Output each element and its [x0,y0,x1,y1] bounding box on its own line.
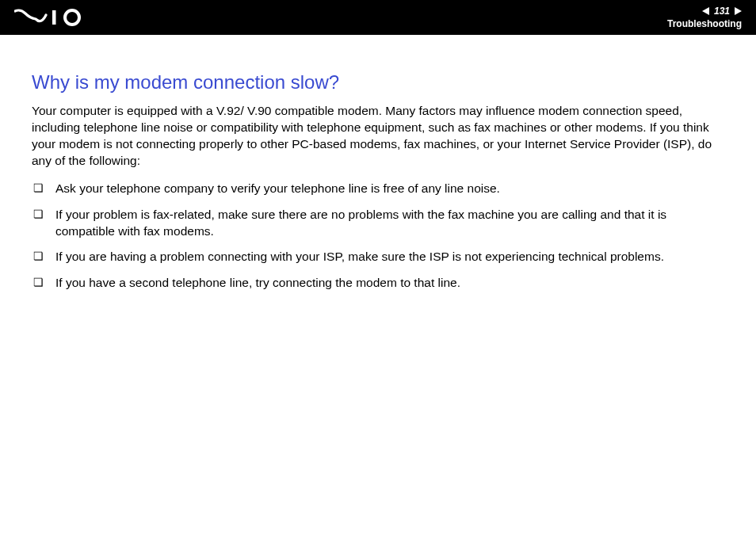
next-page-icon[interactable] [735,7,742,15]
list-item: If your problem is fax-related, make sur… [32,207,724,240]
vaio-logo-icon [14,9,87,26]
bullet-list: Ask your telephone company to verify you… [32,181,724,292]
svg-rect-0 [52,10,56,25]
svg-point-1 [65,10,79,25]
vaio-logo [14,9,87,26]
page-title: Why is my modem connection slow? [32,71,724,93]
page-content: Why is my modem connection slow? Your co… [0,35,756,292]
header-right: 131 Troubleshooting [667,0,742,35]
breadcrumb: Troubleshooting [667,18,742,29]
list-item: Ask your telephone company to verify you… [32,181,724,197]
intro-paragraph: Your computer is equipped with a V.92/ V… [32,103,724,170]
page-number: 131 [714,6,730,17]
page-navigator: 131 [702,6,742,17]
list-item: If you are having a problem connecting w… [32,249,724,265]
list-item: If you have a second telephone line, try… [32,275,724,292]
page-header: 131 Troubleshooting [0,0,756,35]
prev-page-icon[interactable] [702,7,709,15]
